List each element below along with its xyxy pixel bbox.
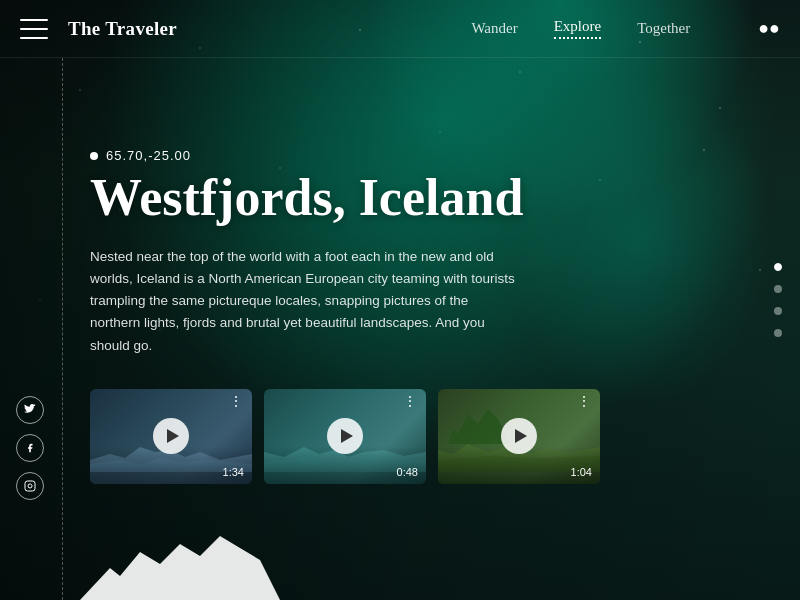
main-content: 65.70,-25.00 Westfjords, Iceland Nested … — [80, 58, 740, 600]
site-logo: The Traveler — [68, 18, 177, 40]
video-duration-1: 1:34 — [223, 466, 244, 478]
video-options-3[interactable]: ⋮ — [577, 395, 592, 409]
video-thumb-1[interactable]: ⋮ 1:34 — [90, 389, 252, 484]
facebook-icon[interactable] — [16, 434, 44, 462]
play-button-1[interactable] — [153, 418, 189, 454]
sidebar-line — [62, 58, 63, 600]
video-options-2[interactable]: ⋮ — [403, 395, 418, 409]
video-duration-2: 0:48 — [397, 466, 418, 478]
dot-4[interactable] — [774, 329, 782, 337]
video-thumb-3[interactable]: ⋮ 1:04 — [438, 389, 600, 484]
search-icon[interactable]: ●● — [758, 18, 780, 39]
nav-wander[interactable]: Wander — [471, 20, 517, 37]
dot-2[interactable] — [774, 285, 782, 293]
nav-together[interactable]: Together — [637, 20, 690, 37]
video-options-1[interactable]: ⋮ — [229, 395, 244, 409]
twitter-icon[interactable] — [16, 396, 44, 424]
nav-explore[interactable]: Explore — [554, 18, 601, 39]
play-button-2[interactable] — [327, 418, 363, 454]
video-duration-3: 1:04 — [571, 466, 592, 478]
dots-navigation — [774, 263, 782, 337]
dot-1[interactable] — [774, 263, 782, 271]
coord-dot — [90, 152, 98, 160]
coordinates: 65.70,-25.00 — [90, 148, 720, 163]
play-button-3[interactable] — [501, 418, 537, 454]
video-row: ⋮ 1:34 ⋮ 0:48 — [90, 389, 720, 484]
hero-title: Westfjords, Iceland — [90, 171, 720, 226]
svg-rect-0 — [25, 481, 35, 491]
navbar: The Traveler Wander Explore Together ●● — [0, 0, 800, 58]
nav-links: Wander Explore Together ●● — [471, 18, 780, 39]
menu-icon[interactable] — [20, 19, 48, 39]
instagram-icon[interactable] — [16, 472, 44, 500]
social-icons — [16, 396, 44, 500]
dot-3[interactable] — [774, 307, 782, 315]
video-thumb-2[interactable]: ⋮ 0:48 — [264, 389, 426, 484]
hero-description: Nested near the top of the world with a … — [90, 246, 520, 357]
